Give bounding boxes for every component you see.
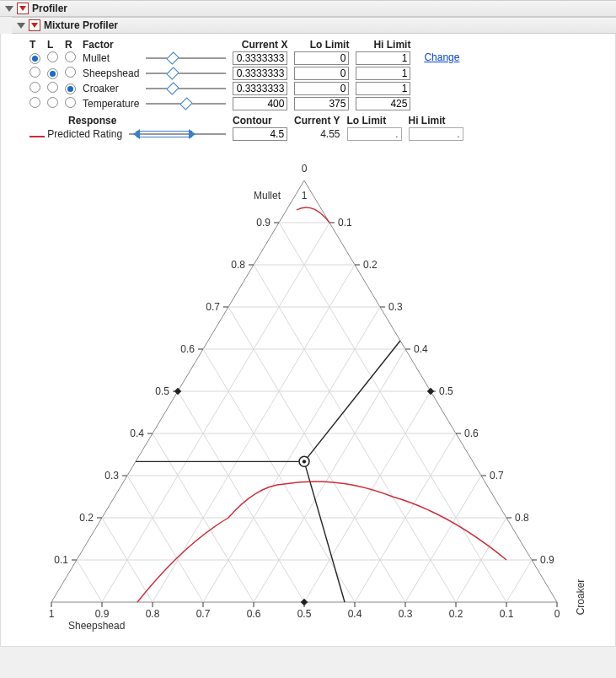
factor-row: Croaker — [26, 81, 463, 96]
svg-point-98 — [303, 460, 306, 463]
profiler-header[interactable]: Profiler — [0, 0, 616, 17]
svg-text:1: 1 — [49, 608, 55, 620]
lo-input[interactable] — [294, 82, 349, 95]
radio-T[interactable] — [29, 67, 40, 78]
ternary-plot[interactable]: 0.10.20.30.40.50.60.70.80.90.10.20.30.40… — [26, 147, 599, 636]
response-color-swatch — [29, 136, 45, 137]
svg-rect-88 — [301, 599, 308, 605]
contour-range-slider[interactable] — [129, 128, 226, 140]
svg-text:0.8: 0.8 — [515, 512, 529, 524]
svg-text:0.8: 0.8 — [231, 259, 245, 271]
factor-slider[interactable] — [146, 83, 226, 94]
factor-slider[interactable] — [146, 67, 226, 79]
svg-text:0.6: 0.6 — [247, 608, 261, 620]
svg-text:0.5: 0.5 — [297, 608, 312, 620]
col-factor: Factor — [79, 39, 142, 51]
svg-line-21 — [405, 476, 481, 602]
svg-line-15 — [304, 391, 431, 602]
resp-hi-input[interactable] — [409, 127, 463, 141]
factor-row: Sheepshead — [26, 66, 463, 81]
mixture-panel: T L R Factor Current X Lo Limit Hi Limit… — [0, 34, 616, 647]
mixture-header[interactable]: Mixture Profiler — [12, 17, 616, 34]
lo-input[interactable] — [294, 67, 349, 80]
ternary-svg: 0.10.20.30.40.50.60.70.80.90.10.20.30.40… — [26, 147, 599, 636]
radio-L[interactable] — [47, 97, 58, 108]
menu-dropdown-icon[interactable] — [17, 3, 29, 14]
svg-text:0.3: 0.3 — [388, 301, 403, 313]
col-L: L — [44, 39, 62, 51]
response-name: Predicted Rating — [47, 128, 122, 140]
col-contour: Contour — [229, 115, 291, 126]
hi-input[interactable] — [356, 51, 410, 65]
radio-R[interactable] — [65, 51, 76, 62]
currentx-input[interactable] — [233, 67, 287, 80]
col-hilimit: Hi Limit — [352, 39, 414, 51]
radio-T[interactable] — [29, 53, 40, 64]
currenty-value: 4.55 — [291, 126, 343, 142]
disclosure-icon[interactable] — [17, 23, 25, 29]
resp-lo-input[interactable] — [347, 127, 402, 141]
radio-T[interactable] — [29, 82, 40, 93]
svg-text:0.5: 0.5 — [155, 385, 169, 397]
factor-slider[interactable] — [146, 98, 226, 110]
lo-input[interactable] — [294, 51, 349, 65]
svg-text:0.4: 0.4 — [414, 343, 428, 355]
factor-table: T L R Factor Current X Lo Limit Hi Limit… — [26, 39, 463, 111]
factor-slider[interactable] — [146, 52, 226, 64]
col-response: Response — [26, 115, 126, 126]
svg-line-3 — [102, 223, 329, 602]
svg-text:0.9: 0.9 — [95, 608, 110, 620]
disclosure-icon[interactable] — [5, 6, 13, 12]
factor-name: Sheepshead — [79, 66, 142, 81]
response-table: Response Contour Current Y Lo Limit Hi L… — [26, 115, 467, 142]
col-lolimit: Lo Limit — [291, 39, 352, 51]
radio-L[interactable] — [47, 82, 58, 93]
col-R: R — [62, 39, 79, 51]
hi-input[interactable] — [356, 97, 410, 110]
svg-text:Croaker: Croaker — [575, 579, 587, 616]
svg-text:0: 0 — [554, 608, 560, 620]
radio-R[interactable] — [65, 97, 76, 108]
svg-text:0.4: 0.4 — [348, 608, 362, 620]
svg-text:0.3: 0.3 — [104, 470, 119, 482]
svg-text:0.2: 0.2 — [79, 512, 94, 524]
factor-row: Mullet Change — [26, 51, 463, 66]
svg-text:0.7: 0.7 — [206, 301, 220, 313]
svg-line-26 — [77, 560, 102, 602]
radio-L[interactable] — [47, 51, 58, 62]
radio-L[interactable] — [47, 68, 58, 79]
hi-input[interactable] — [356, 67, 410, 80]
svg-line-2 — [279, 223, 506, 602]
svg-text:Sheepshead: Sheepshead — [68, 620, 125, 632]
radio-R[interactable] — [65, 83, 76, 94]
svg-text:0.3: 0.3 — [399, 608, 413, 620]
svg-text:0.7: 0.7 — [490, 470, 504, 482]
change-link[interactable]: Change — [417, 51, 459, 63]
hi-input[interactable] — [356, 82, 410, 95]
menu-dropdown-icon[interactable] — [29, 19, 40, 31]
svg-text:0.4: 0.4 — [130, 428, 144, 439]
svg-text:1: 1 — [302, 190, 308, 202]
svg-text:0.8: 0.8 — [146, 608, 160, 620]
svg-rect-86 — [174, 388, 181, 395]
svg-line-8 — [228, 307, 405, 602]
radio-R[interactable] — [65, 67, 76, 78]
svg-text:0.7: 0.7 — [196, 608, 211, 620]
svg-text:0.1: 0.1 — [54, 554, 68, 566]
svg-text:0.6: 0.6 — [464, 428, 479, 439]
svg-text:0.2: 0.2 — [363, 259, 378, 271]
col-hilimit2: Hi Limit — [405, 115, 467, 126]
currentx-input[interactable] — [233, 51, 287, 65]
currentx-input[interactable] — [233, 97, 287, 110]
lo-input[interactable] — [294, 97, 349, 110]
svg-line-20 — [127, 476, 203, 602]
svg-rect-87 — [427, 388, 434, 395]
col-currentx: Current X — [229, 39, 291, 51]
svg-text:0.5: 0.5 — [439, 385, 453, 397]
currentx-input[interactable] — [233, 82, 287, 95]
svg-line-9 — [203, 307, 380, 602]
svg-line-14 — [178, 391, 304, 602]
radio-T[interactable] — [29, 97, 40, 108]
contour-input[interactable] — [233, 127, 287, 141]
svg-text:0.2: 0.2 — [449, 608, 463, 620]
